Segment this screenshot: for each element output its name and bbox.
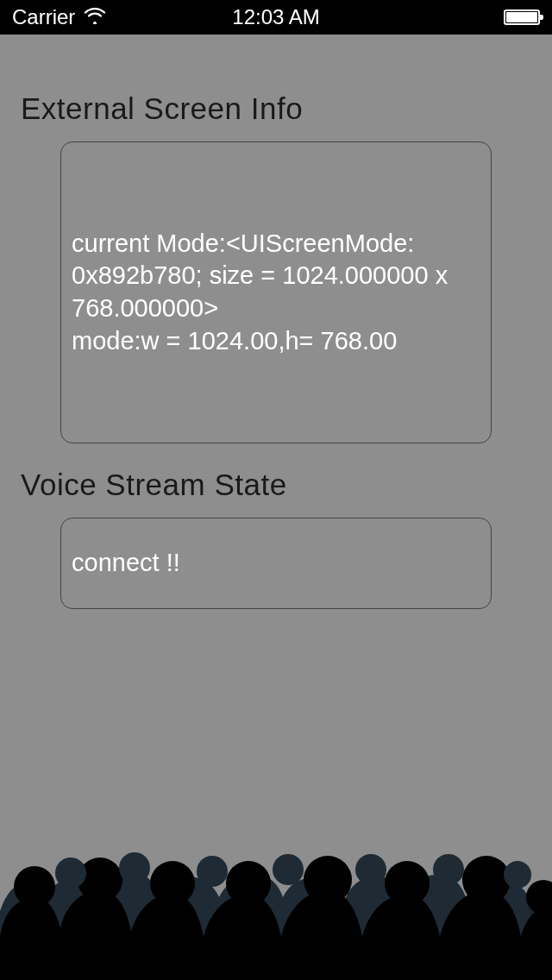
svg-point-15 <box>504 861 531 889</box>
svg-point-2 <box>78 858 122 902</box>
svg-point-6 <box>385 861 430 906</box>
svg-point-7 <box>462 856 511 904</box>
screen-body: External Screen Info current Mode:<UIScr… <box>0 35 552 980</box>
svg-point-12 <box>273 854 304 885</box>
external-screen-info-title: External Screen Info <box>0 91 552 126</box>
svg-point-1 <box>14 866 55 908</box>
crowd-silhouette <box>0 807 552 980</box>
svg-point-14 <box>433 854 464 885</box>
svg-point-3 <box>150 861 195 906</box>
svg-point-10 <box>119 852 150 883</box>
voice-stream-state-text: connect !! <box>72 547 180 580</box>
external-screen-info-box: current Mode:<UIScreenMode: 0x892b780; s… <box>60 141 492 443</box>
svg-point-5 <box>304 856 352 904</box>
svg-rect-0 <box>0 859 552 980</box>
svg-point-8 <box>526 880 552 914</box>
svg-point-13 <box>355 854 386 885</box>
wifi-icon <box>84 5 106 29</box>
external-screen-info-text: current Mode:<UIScreenMode: 0x892b780; s… <box>72 228 480 358</box>
battery-icon <box>504 9 540 25</box>
voice-stream-state-title: Voice Stream State <box>0 468 552 502</box>
svg-point-11 <box>197 856 228 887</box>
status-bar: Carrier 12:03 AM <box>0 0 552 35</box>
carrier-label: Carrier <box>12 5 75 29</box>
svg-point-9 <box>55 858 86 889</box>
voice-stream-state-box: connect !! <box>60 518 492 609</box>
clock-label: 12:03 AM <box>232 5 319 29</box>
svg-point-4 <box>226 861 271 906</box>
